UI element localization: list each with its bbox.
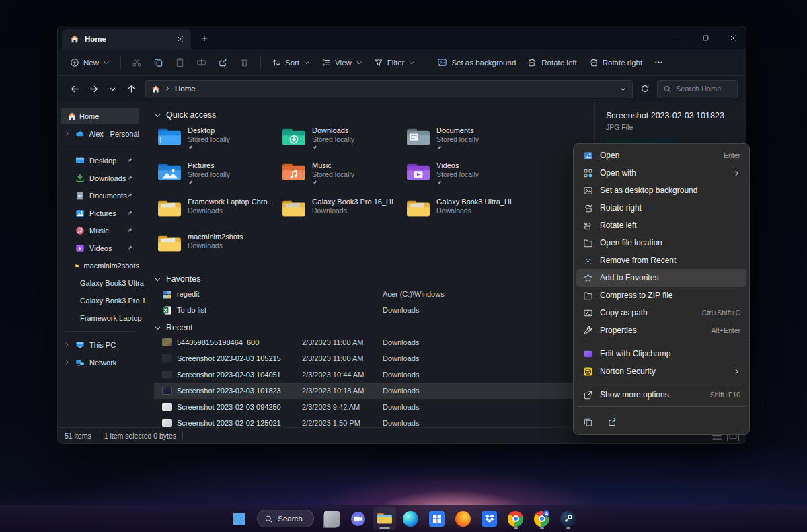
tile-documents[interactable]: Documents Stored locally <box>403 123 527 158</box>
menu-item-add-to-favorites[interactable]: Add to Favorites <box>576 269 746 287</box>
breadcrumb-root[interactable]: Home <box>175 85 196 93</box>
taskbar-edge[interactable] <box>399 507 422 530</box>
copy-button[interactable] <box>148 53 169 71</box>
address-dropdown-icon[interactable] <box>619 85 627 93</box>
delete-button[interactable] <box>234 53 255 71</box>
sidebar-item-downloads[interactable]: Downloads <box>61 169 139 186</box>
section-recent[interactable]: Recent <box>154 321 594 334</box>
recent-row[interactable]: Screenshot 2023-02-02 125021 2/2/2023 1:… <box>154 415 585 427</box>
taskbar-firefox[interactable] <box>452 507 475 530</box>
taskbar-chrome-profile-2[interactable]: A <box>531 507 553 530</box>
sidebar-item-desktop[interactable]: Desktop <box>61 152 139 169</box>
maximize-button[interactable] <box>692 26 719 49</box>
menu-item-set-as-desktop-background[interactable]: Set as desktop background <box>576 182 746 199</box>
taskbar-teams[interactable] <box>347 507 370 530</box>
taskbar-search[interactable]: Search <box>257 510 313 527</box>
favorite-row-regedit[interactable]: regedit Acer (C:)\Windows <box>154 286 585 302</box>
start-button[interactable] <box>227 507 250 530</box>
menu-item-show-more-options[interactable]: Show more options Shift+F10 <box>576 386 746 404</box>
menu-item-norton-security[interactable]: Norton Security <box>576 363 746 380</box>
tile-macminim2shots[interactable]: macminim2shots Downloads <box>154 229 278 264</box>
menu-item-open-with[interactable]: Open with <box>576 164 746 182</box>
sidebar-item-galaxy-book3-ultra[interactable]: Galaxy Book3 Ultra_ <box>61 274 139 291</box>
sidebar-item-music[interactable]: Music <box>61 222 139 239</box>
refresh-button[interactable] <box>636 80 654 98</box>
sort-button[interactable]: Sort <box>266 54 315 71</box>
tile-desktop[interactable]: Desktop Stored locally <box>154 123 278 158</box>
menu-item-copy-as-path[interactable]: Copy as path Ctrl+Shift+C <box>576 304 746 321</box>
menu-item-open-file-location[interactable]: Open file location <box>576 234 746 252</box>
menu-item-edit-with-clipchamp[interactable]: Edit with Clipchamp <box>576 345 746 363</box>
taskbar-photos[interactable] <box>321 507 344 530</box>
section-quick-access[interactable]: Quick access <box>154 108 594 122</box>
new-tab-button[interactable] <box>196 30 213 46</box>
taskbar-dropbox[interactable] <box>478 507 501 530</box>
share-icon[interactable] <box>602 413 622 430</box>
chevron-right-icon[interactable] <box>64 130 70 137</box>
recent-row-selected[interactable]: Screenshot 2023-02-03 101823 2/3/2023 10… <box>154 383 585 399</box>
sidebar-item-pictures[interactable]: Pictures <box>61 204 139 221</box>
view-button[interactable]: View <box>316 54 368 71</box>
sidebar-item-home[interactable]: Home <box>61 108 139 124</box>
chevron-down-icon[interactable] <box>154 324 161 332</box>
minimize-button[interactable] <box>665 26 692 49</box>
search-box[interactable] <box>657 80 738 98</box>
sidebar-item-framework-laptop[interactable]: Framework Laptop <box>61 309 139 326</box>
forward-button[interactable] <box>85 80 102 98</box>
tile-framework-laptop[interactable]: Framework Laptop Chro... Downloads <box>154 194 278 229</box>
taskbar-file-explorer[interactable] <box>373 507 396 530</box>
sidebar-item-galaxy-book3-pro[interactable]: Galaxy Book3 Pro 1 <box>61 292 139 309</box>
paste-button[interactable] <box>169 53 190 71</box>
recent-row[interactable]: Screenshot 2023-02-03 105215 2/3/2023 11… <box>154 350 585 367</box>
taskbar-steam[interactable] <box>557 507 580 530</box>
taskbar-store[interactable] <box>426 507 449 530</box>
menu-item-open[interactable]: Open Enter <box>576 147 746 164</box>
chevron-down-icon[interactable] <box>154 112 161 119</box>
menu-item-rotate-left[interactable]: Rotate left <box>576 217 746 234</box>
recent-locations-button[interactable] <box>104 80 121 98</box>
copy-icon[interactable] <box>578 413 598 430</box>
recent-row[interactable]: Screenshot 2023-02-03 104051 2/3/2023 10… <box>154 367 585 383</box>
filter-button[interactable]: Filter <box>369 54 421 71</box>
tile-pictures[interactable]: Pictures Stored locally <box>154 158 278 193</box>
tab-close-icon[interactable] <box>174 32 187 46</box>
tile-videos[interactable]: Videos Stored locally <box>403 158 527 193</box>
favorite-row-todo-list[interactable]: To-do list Downloads <box>154 302 585 318</box>
sidebar-item-videos[interactable]: Videos <box>61 239 139 256</box>
chevron-down-icon[interactable] <box>154 276 161 283</box>
close-button[interactable] <box>719 26 746 49</box>
menu-item-rotate-right[interactable]: Rotate right <box>576 199 746 217</box>
chevron-right-icon[interactable] <box>64 359 70 365</box>
up-button[interactable] <box>122 80 140 98</box>
sidebar-item-macminim2shots[interactable]: macminim2shots <box>61 257 139 274</box>
share-button[interactable] <box>213 53 233 71</box>
command-bar: New Sort View Filter <box>58 49 746 76</box>
tile-music[interactable]: Music Stored locally <box>278 158 403 193</box>
menu-item-compress-to-zip[interactable]: Compress to ZIP file <box>576 287 746 304</box>
set-as-background-button[interactable]: Set as background <box>432 53 521 71</box>
chevron-right-icon[interactable] <box>64 342 70 348</box>
tile-galaxy-book3-pro[interactable]: Galaxy Book3 Pro 16_HI Downloads <box>278 194 403 229</box>
back-button[interactable] <box>66 80 83 98</box>
sidebar-item-this-pc[interactable]: This PC <box>61 336 139 353</box>
tile-downloads[interactable]: Downloads Stored locally <box>278 123 403 158</box>
taskbar-chrome[interactable] <box>504 507 527 530</box>
more-options-button[interactable] <box>648 53 669 71</box>
cut-button[interactable] <box>126 53 147 71</box>
recent-row[interactable]: Screenshot 2023-02-03 094250 2/3/2023 9:… <box>154 399 585 415</box>
tab-home[interactable]: Home <box>62 29 191 49</box>
sidebar-item-onedrive[interactable]: Alex - Personal <box>61 125 139 142</box>
rotate-right-button[interactable]: Rotate right <box>583 53 648 71</box>
menu-item-properties[interactable]: Properties Alt+Enter <box>576 321 746 339</box>
breadcrumb[interactable]: Home <box>145 80 633 98</box>
rotate-left-button[interactable]: Rotate left <box>522 53 582 71</box>
section-favorites[interactable]: Favorites <box>154 272 594 286</box>
rename-button[interactable] <box>191 53 212 71</box>
sidebar-item-documents[interactable]: Documents <box>61 187 139 204</box>
tile-galaxy-book3-ultra[interactable]: Galaxy Book3 Ultra_HI Downloads <box>403 194 527 229</box>
menu-item-remove-from-recent[interactable]: Remove from Recent <box>576 252 746 269</box>
new-button[interactable]: New <box>65 54 115 71</box>
sidebar-item-network[interactable]: Network <box>61 354 139 371</box>
search-input[interactable] <box>676 85 732 93</box>
recent-row[interactable]: 5440598155198464_600 2/3/2023 11:08 AM D… <box>154 334 585 350</box>
